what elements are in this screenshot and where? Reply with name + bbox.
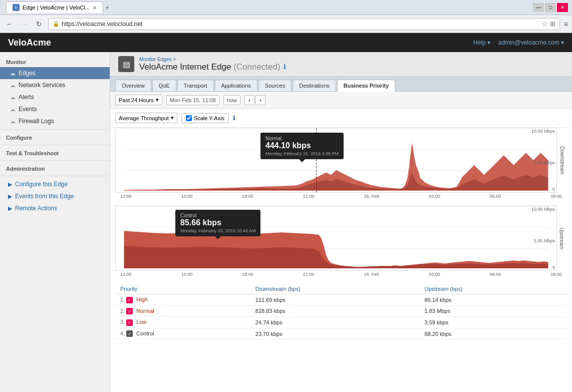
remote-actions-action[interactable]: ▶ Remote Actions — [0, 202, 110, 214]
time-nav-arrows: ‹ › — [244, 95, 265, 105]
row1-checkbox[interactable]: ✓ — [126, 297, 133, 303]
row2-upstream: 1.83 Mbps — [420, 305, 567, 317]
forward-button[interactable]: → — [19, 19, 30, 29]
edge-info-icon[interactable]: ℹ — [283, 63, 286, 71]
back-button[interactable]: ← — [4, 19, 15, 29]
cloud-icon-alerts: ☁ — [10, 94, 16, 101]
row1-downstream: 111.69 kbps — [250, 294, 420, 306]
priority-table: Priority Downstream (bps) Upstream (bps)… — [115, 284, 567, 339]
tab-business-priority[interactable]: Business Priority — [337, 80, 395, 92]
y-label-bot-downstream: 0 — [552, 187, 555, 192]
up-x-label-6: 06:00 — [490, 272, 501, 277]
time-range-dropdown-icon: ▾ — [156, 97, 159, 103]
row1-num: 1. — [120, 296, 125, 302]
tab-transport[interactable]: Transport — [177, 80, 214, 91]
y-label-bot-upstream: 0 — [552, 265, 555, 270]
tab-destinations[interactable]: Destinations — [293, 80, 336, 91]
sidebar-item-alerts[interactable]: ☁ Alerts — [0, 91, 110, 103]
up-x-label-5: 03:00 — [429, 272, 440, 277]
user-dropdown-icon: ▾ — [561, 39, 564, 46]
up-x-label-1: 15:00 — [181, 272, 193, 277]
downstream-direction-label: Downstream — [559, 146, 565, 174]
time-range-select[interactable]: Past 24 Hours ▾ — [115, 95, 162, 105]
help-link[interactable]: Help ▾ — [473, 39, 490, 46]
x-label-4: 16. Feb — [364, 194, 380, 199]
content-area: ▤ Monitor Edges > VeloAcme Internet Edge… — [110, 52, 572, 392]
row3-name: Low — [136, 319, 146, 325]
chart-info-icon[interactable]: ℹ — [233, 114, 235, 122]
scale-y-axis-toggle[interactable]: Scale Y-Axis — [181, 113, 229, 123]
page-header: ▤ Monitor Edges > VeloAcme Internet Edge… — [110, 52, 572, 77]
events-edge-action[interactable]: ▶ Events from this Edge — [0, 190, 110, 202]
tab-close-button[interactable]: ✕ — [93, 5, 97, 11]
url-bar[interactable]: 🔒 https://veloacme.velocloud.net ☆ ⊞ — [48, 18, 560, 30]
tab-sources[interactable]: Sources — [258, 80, 292, 91]
events-edge-label: Events from this Edge — [15, 193, 74, 200]
sidebar-label-network: Network Services — [19, 82, 65, 89]
row3-downstream: 24.74 kbps — [250, 317, 420, 328]
cloud-icon-edges: ☁ — [10, 70, 16, 77]
row1-upstream: 86.14 kbps — [420, 294, 567, 306]
tab-qoe[interactable]: QoE — [152, 80, 176, 91]
remote-actions-label: Remote Actions — [15, 205, 57, 212]
browser-titlebar: V Edge | VeloAcme | VeloCl... ✕ + — □ ✕ — [0, 0, 572, 15]
page-header-text: Monitor Edges > VeloAcme Internet Edge (… — [139, 57, 286, 72]
configure-edge-action[interactable]: ▶ Configure this Edge — [0, 178, 110, 190]
end-time-input[interactable]: now — [223, 95, 240, 105]
address-bar-area: ← → ↻ 🔒 https://veloacme.velocloud.net ☆… — [0, 15, 572, 33]
row4-upstream: 88.20 kbps — [420, 328, 567, 339]
breadcrumb[interactable]: Monitor Edges > — [139, 57, 286, 62]
metric-dropdown-icon: ▾ — [171, 115, 174, 121]
row4-name: Control — [136, 330, 154, 336]
sidebar-item-network-services[interactable]: ☁ Network Services — [0, 79, 110, 91]
sidebar-label-edges: Edges — [19, 70, 36, 77]
app-container: VeloAcme Help ▾ admin@veloacme.com ▾ Mon… — [0, 33, 572, 392]
row2-name: Normal — [136, 308, 154, 314]
sidebar: Monitor ☁ Edges ☁ Network Services ☁ Ale… — [0, 52, 110, 392]
cloud-icon-fw: ☁ — [10, 118, 16, 125]
row2-num: 2. — [120, 308, 125, 314]
top-navbar: VeloAcme Help ▾ admin@veloacme.com ▾ — [0, 33, 572, 52]
maximize-button[interactable]: □ — [545, 3, 556, 12]
up-x-label-0: 12:00 — [120, 272, 132, 277]
events-edge-icon: ▶ — [8, 193, 12, 200]
scale-checkbox-input[interactable] — [186, 115, 192, 121]
row3-checkbox[interactable]: ✓ — [126, 319, 133, 326]
col-header-upstream: Upstream (bps) — [420, 284, 567, 294]
star-icon[interactable]: ☆ — [542, 20, 548, 28]
sidebar-item-events[interactable]: ☁ Events — [0, 103, 110, 115]
sidebar-item-edges[interactable]: ☁ Edges — [0, 67, 110, 79]
sidebar-divider-4 — [0, 176, 110, 176]
extension-icon[interactable]: ⊞ — [550, 20, 555, 28]
minimize-button[interactable]: — — [533, 3, 544, 12]
x-label-2: 18:00 — [242, 194, 253, 199]
close-button[interactable]: ✕ — [557, 3, 568, 12]
cloud-icon-events: ☁ — [10, 106, 16, 113]
browser-tab[interactable]: V Edge | VeloAcme | VeloCl... ✕ — [6, 2, 103, 13]
user-menu[interactable]: admin@veloacme.com ▾ — [498, 39, 564, 46]
tab-overview[interactable]: Overview — [115, 80, 151, 91]
sidebar-label-fw: Firewall Logs — [19, 118, 54, 125]
row4-checkbox[interactable]: ✓ — [126, 330, 133, 337]
upstream-chart-wrapper: Control 85.66 kbps Monday, February 15, … — [115, 206, 567, 278]
x-label-7: 09:00 — [550, 194, 562, 199]
reload-button[interactable]: ↻ — [34, 19, 44, 29]
sidebar-item-firewall-logs[interactable]: ☁ Firewall Logs — [0, 115, 110, 127]
url-text: https://veloacme.velocloud.net — [62, 21, 142, 28]
monitor-section-label: Monitor — [0, 56, 110, 67]
browser-menu-icon[interactable]: ≡ — [564, 20, 568, 28]
prev-time-button[interactable]: ‹ — [244, 95, 254, 105]
up-x-label-2: 18:00 — [242, 272, 253, 277]
configure-section-label: Configure — [0, 132, 110, 143]
new-tab-button[interactable]: + — [105, 4, 109, 12]
upstream-direction-label: Upstream — [559, 227, 565, 249]
tabs-bar: Overview QoE Transport Applications Sour… — [110, 77, 572, 92]
metric-select[interactable]: Average Throughput ▾ — [115, 113, 177, 123]
x-label-3: 21:00 — [303, 194, 315, 199]
tab-title: Edge | VeloAcme | VeloCl... — [23, 5, 90, 11]
tab-applications[interactable]: Applications — [215, 80, 257, 91]
next-time-button[interactable]: › — [255, 95, 265, 105]
brand-logo: VeloAcme — [8, 38, 51, 48]
start-time-input[interactable]: Mon Feb 15, 11:08 — [166, 95, 219, 105]
row2-checkbox[interactable]: ✓ — [126, 308, 133, 314]
